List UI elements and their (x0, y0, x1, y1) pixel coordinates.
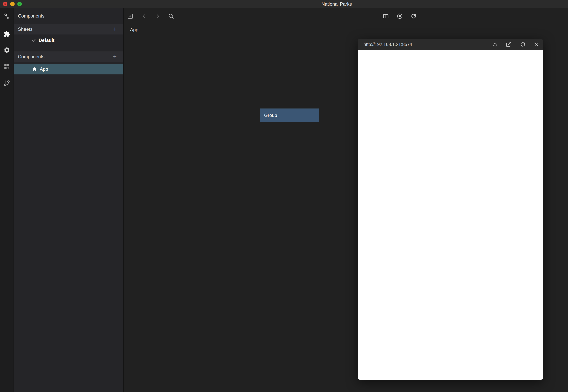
minimize-button[interactable]: − (10, 2, 15, 6)
debug-icon[interactable] (492, 41, 498, 48)
close-button[interactable]: × (3, 2, 7, 6)
window-title: National Parks (321, 0, 352, 8)
breadcrumb[interactable]: App (130, 27, 138, 32)
group-label: Group (260, 109, 319, 122)
reload-icon[interactable] (520, 41, 526, 48)
sidebar-title-label: Components (18, 8, 44, 24)
component-item-app[interactable]: App (14, 64, 123, 74)
split-view-icon[interactable] (383, 13, 389, 19)
preview-content[interactable] (358, 50, 543, 380)
open-external-icon[interactable] (505, 41, 512, 48)
app-window: × − ✓ National Parks (0, 0, 568, 392)
sidebar-header: Components (14, 8, 123, 24)
add-component-button[interactable]: + (111, 51, 118, 62)
component-item-label: App (40, 66, 48, 72)
sheets-section-header: Sheets + (14, 24, 123, 34)
titlebar: × − ✓ National Parks (0, 0, 568, 8)
sidebar: Components Sheets + Default Components + (14, 8, 124, 392)
search-icon[interactable] (168, 13, 174, 19)
chevron-left-icon[interactable] (141, 13, 148, 19)
preview-header[interactable]: http://192.168.1.21:8574 (358, 39, 543, 50)
zoom-button[interactable]: ✓ (17, 2, 22, 6)
refresh-icon[interactable] (410, 13, 417, 19)
components-section-header: Components + (14, 51, 123, 62)
sheet-item-label: Default (39, 38, 54, 43)
stop-icon[interactable] (397, 13, 403, 19)
components-puzzle-icon[interactable] (3, 31, 10, 37)
sheet-item-default[interactable]: Default (14, 35, 123, 46)
node-graph-icon[interactable] (3, 13, 10, 20)
chevron-right-icon[interactable] (154, 13, 161, 19)
canvas-area: App Group http://192.168.1.21:8574 (124, 8, 568, 392)
add-sheet-button[interactable]: + (111, 24, 118, 34)
components-section-label: Components (18, 51, 44, 62)
canvas-group-element[interactable]: Group (260, 109, 319, 122)
canvas-toolbar (124, 8, 568, 24)
sheets-section-label: Sheets (18, 24, 32, 34)
add-widget-icon[interactable] (3, 63, 10, 70)
preview-url: http://192.168.1.21:8574 (364, 39, 412, 50)
activity-bar (0, 8, 14, 392)
preview-window: http://192.168.1.21:8574 (358, 39, 543, 380)
close-icon[interactable] (533, 41, 539, 48)
check-icon (31, 38, 36, 43)
add-frame-icon[interactable] (127, 13, 133, 19)
git-branch-icon[interactable] (3, 80, 10, 86)
home-icon (32, 67, 37, 72)
settings-gear-icon[interactable] (3, 47, 10, 53)
